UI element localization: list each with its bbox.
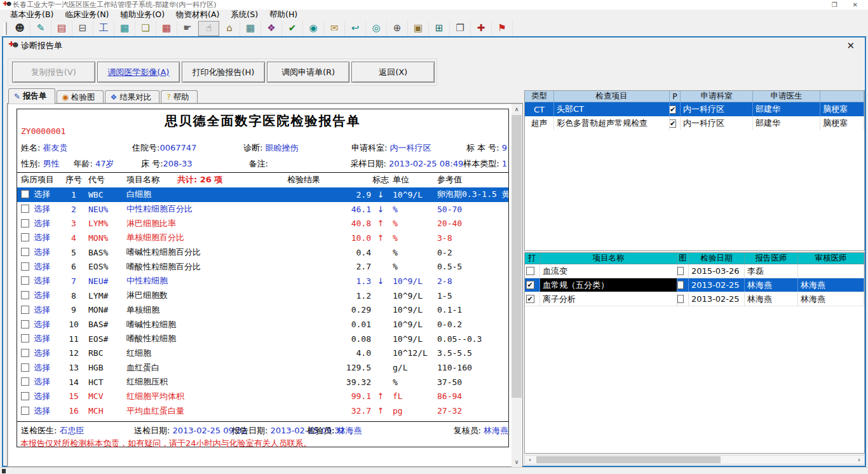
table-row[interactable]: ✔ 离子分析 2013-02-25 林海燕 林海燕	[525, 292, 864, 306]
doctor-icon[interactable]: ☻	[10, 21, 31, 36]
menu-item[interactable]: 物资材料(A)	[170, 10, 225, 20]
action-button[interactable]: 调阅申请单(R)	[267, 62, 350, 83]
menu-item[interactable]: 系统(S)	[225, 10, 264, 20]
hospital-icon[interactable]: ✚	[471, 21, 492, 36]
menu-item[interactable]: 帮助(H)	[264, 10, 303, 20]
row-checkbox[interactable]	[21, 248, 29, 256]
print-checkbox[interactable]: ✔	[670, 105, 676, 114]
table-row[interactable]: 血流变 2015-03-26 李磊	[525, 264, 864, 278]
tab[interactable]: ◉ 检验图	[57, 90, 104, 104]
scroll-left-icon[interactable]: ‹	[525, 456, 535, 464]
tab[interactable]: ❖ 结果对比	[105, 90, 160, 104]
row-checkbox[interactable]	[21, 291, 29, 299]
menu-item[interactable]: 辅助业务(O)	[114, 10, 170, 20]
row-checkbox[interactable]	[21, 276, 29, 285]
table-row[interactable]: 选择 8 LYM# 淋巴细胞数 1.2 10^9/L 1-5	[17, 288, 508, 303]
close-window-icon[interactable]: ✕	[853, 1, 858, 8]
hand-form-icon[interactable]: ☛	[177, 21, 198, 36]
table-row[interactable]: 选择 10 BAS# 嗜碱性粒细胞 0.01 10^9/L 0-0.2	[17, 317, 508, 332]
cashier-icon[interactable]: ⌂	[219, 21, 240, 36]
form-window-icon[interactable]: ❐	[450, 21, 471, 36]
status-grip	[2, 469, 6, 473]
printer-icon[interactable]: ⊟	[72, 21, 93, 36]
restore-window-icon[interactable]: ❐	[832, 1, 837, 8]
row-checkbox[interactable]	[21, 233, 29, 241]
table-row[interactable]: 选择 4 MON% 单核细胞百分比 10.0 ↑ % 3-8	[17, 231, 508, 245]
print-checkbox[interactable]: ✔	[526, 295, 534, 303]
dialog-close-icon[interactable]: ✕	[841, 40, 860, 51]
row-checkbox[interactable]	[21, 377, 29, 386]
table-row[interactable]: 选择 11 EOS# 嗜酸性粒细胞 0.08 10^9/L 0.05--0.3	[17, 332, 508, 346]
scroll-up-icon[interactable]: ∧	[512, 104, 522, 114]
scroll-right-icon[interactable]: ›	[854, 456, 864, 464]
table-row[interactable]: 选择 15 MCV 红细胞平均体积 99.1 ↑ fL 86-94	[17, 389, 508, 404]
menu-item[interactable]: 基本业务(B)	[4, 10, 59, 20]
row-checkbox[interactable]	[21, 320, 29, 328]
mail-exchange-icon[interactable]: ✉	[324, 21, 345, 36]
table-row[interactable]: 选择 5 BAS% 嗜碱性粒细胞百分比 0.4 % 0-2	[17, 245, 508, 260]
action-button[interactable]: 调阅医学影像(A)	[97, 62, 180, 83]
row-checkbox[interactable]	[21, 219, 29, 227]
report-vertical-scrollbar[interactable]: ∧ ∨	[512, 104, 522, 467]
tab[interactable]: ✎ 报告单	[8, 88, 55, 104]
row-checkbox[interactable]	[21, 190, 29, 198]
menu-item[interactable]: 临床业务(N)	[59, 10, 114, 20]
graph-checkbox[interactable]	[677, 295, 684, 303]
row-checkbox[interactable]	[21, 392, 29, 400]
table-row[interactable]: ✔ 血常规（五分类） 2013-02-25 林海燕 林海燕	[525, 278, 864, 292]
print-checkbox[interactable]: ✔	[670, 119, 676, 128]
scroll-thumb[interactable]	[536, 456, 721, 463]
app-title: 长春工业大学一汽医区医生工作站管理子系统-部建华(内一科疗区)	[13, 0, 832, 10]
grid-icon[interactable]: ▦	[240, 21, 261, 36]
db-arrow-icon[interactable]: ↩	[345, 21, 366, 36]
server-help-icon[interactable]: ▦	[114, 21, 135, 36]
table-row[interactable]: 选择 3 LYM% 淋巴细胞比率 40.8 ↑ % 20-40	[17, 216, 508, 231]
sos-icon[interactable]: ⚑	[492, 21, 513, 36]
graph-checkbox[interactable]	[677, 267, 684, 275]
calculator-icon[interactable]: ⊞	[429, 21, 450, 36]
table-row[interactable]: 选择 9 MON# 单核细胞 0.29 10^9/L 0.1-1	[17, 303, 508, 318]
table-row[interactable]: 超声 彩色多普勒超声常规检查 ✔ 内一科疗区 部建华 脑梗塞	[525, 116, 864, 130]
print-checkbox[interactable]: ✔	[526, 281, 534, 289]
table-row[interactable]: 选择 6 EOS% 嗜酸性粒细胞百分比 2.7 % 0.5-5	[17, 259, 508, 274]
report-list-icon[interactable]: ▤	[51, 21, 72, 36]
toolbar-grip[interactable]	[4, 22, 7, 35]
database-icon[interactable]: ◉	[303, 21, 324, 36]
monitor-edit-icon[interactable]: ✎	[31, 21, 51, 36]
table-row[interactable]: 选择 13 HGB 血红蛋白 129.5 g/L 110-160	[17, 360, 508, 375]
db-pair-icon[interactable]: ◎	[366, 21, 387, 36]
action-button[interactable]: 打印化验报告(H)	[182, 62, 265, 83]
graph-checkbox[interactable]	[677, 281, 684, 289]
row-checkbox[interactable]	[21, 363, 29, 372]
action-button[interactable]: 复制报告(V)	[12, 62, 95, 83]
scroll-down-icon[interactable]: ∨	[512, 457, 522, 467]
table-row[interactable]: 选择 12 RBC 红细胞 4.0 10^12/L 3.5-5.5	[17, 346, 508, 361]
supplies-icon[interactable]: ▣	[408, 21, 429, 36]
info-field: 样本类型: 1	[463, 158, 507, 170]
row-checkbox[interactable]	[21, 306, 29, 314]
table-row[interactable]: CT 头部CT ✔ 内一科疗区 部建华 脑梗塞	[525, 102, 864, 116]
print-checkbox[interactable]	[526, 267, 534, 275]
book-icon[interactable]: ❖	[261, 21, 282, 36]
doc-search-icon[interactable]: ⊕	[387, 21, 408, 36]
lab-result-list-table: 打 项目名称 图 检验日期 报告医师 审核医师 血流变 2015-03-26 李…	[524, 252, 865, 454]
tab[interactable]: ? 帮助	[161, 90, 197, 104]
table-icon[interactable]: ▦	[156, 21, 177, 36]
table-row[interactable]: 选择 7 NEU# 中性粒细胞 1.3 ↓ 10^9/L 2-8	[17, 274, 508, 288]
stamp-icon[interactable]: 工	[93, 21, 114, 36]
table-row[interactable]: 选择 2 NEU% 中性粒细胞百分比 46.1 ↓ % 50-70	[17, 202, 508, 217]
row-checkbox[interactable]	[21, 205, 29, 213]
table-row[interactable]: 选择 1 WBC 白细胞 2.9 ↓ 10^9/L 卵泡期0.3-1.5 黄体	[17, 187, 508, 202]
table-row[interactable]: 选择 14 HCT 红细胞压积 39.32 % 37-50	[17, 375, 508, 389]
right-horizontal-scrollbar[interactable]: ‹ ›	[524, 455, 865, 464]
hand-pencil-icon[interactable]: ☝	[198, 21, 219, 36]
table-row[interactable]: 选择 16 MCH 平均血红蛋白量 32.7 ↑ pg 27-32	[17, 403, 508, 418]
row-checkbox[interactable]	[21, 262, 29, 271]
db-check-icon[interactable]: ✔	[282, 21, 303, 36]
row-checkbox[interactable]	[21, 407, 29, 415]
scroll-thumb[interactable]	[512, 115, 522, 398]
notebook-icon[interactable]: ❏	[135, 21, 156, 36]
action-button[interactable]: 返回(X)	[351, 62, 435, 83]
row-checkbox[interactable]	[21, 334, 29, 342]
row-checkbox[interactable]	[21, 349, 29, 357]
